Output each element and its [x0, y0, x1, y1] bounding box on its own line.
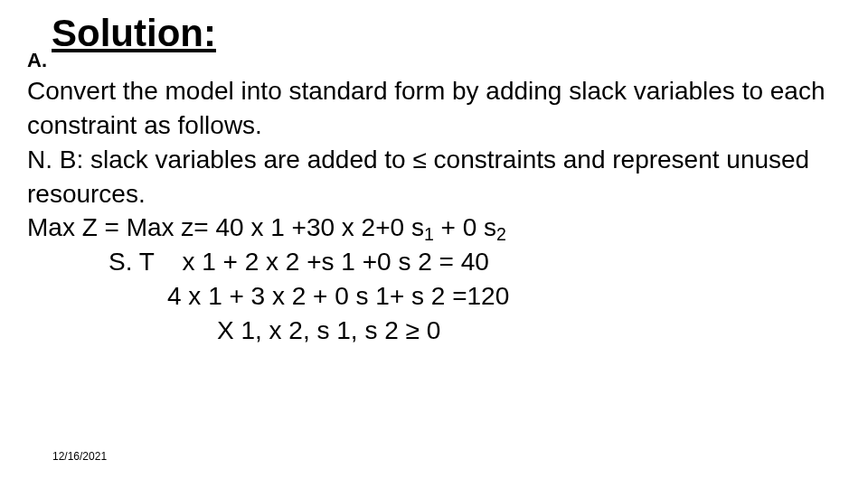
- st-line-1: S. T x 1 + 2 x 2 +s 1 +0 s 2 = 40: [27, 245, 841, 279]
- slide: Solution: A. Convert the model into stan…: [0, 0, 868, 488]
- constraint-1: x 1 + 2 x 2 +s 1 +0 s 2 = 40: [182, 248, 488, 276]
- body-text: Convert the model into standard form by …: [27, 74, 841, 347]
- body-line-1: Convert the model into standard form by …: [27, 74, 841, 143]
- maxz-prefix: Max Z = Max z= 40 x 1 +30 x 2+0 s: [27, 213, 424, 241]
- maxz-mid: + 0 s: [434, 213, 496, 241]
- footer-date: 12/16/2021: [52, 450, 107, 463]
- sub-1: 1: [424, 222, 434, 246]
- nonneg-line: X 1, x 2, s 1, s 2 ≥ 0: [27, 314, 841, 348]
- constraint-2: 4 x 1 + 3 x 2 + 0 s 1+ s 2 =120: [27, 279, 841, 314]
- sub-2: 2: [496, 222, 506, 246]
- body-line-2: N. B: slack variables are added to ≤ con…: [27, 143, 841, 211]
- st-label: S. T: [108, 248, 154, 276]
- objective-line: Max Z = Max z= 40 x 1 +30 x 2+0 s1 + 0 s…: [27, 211, 841, 245]
